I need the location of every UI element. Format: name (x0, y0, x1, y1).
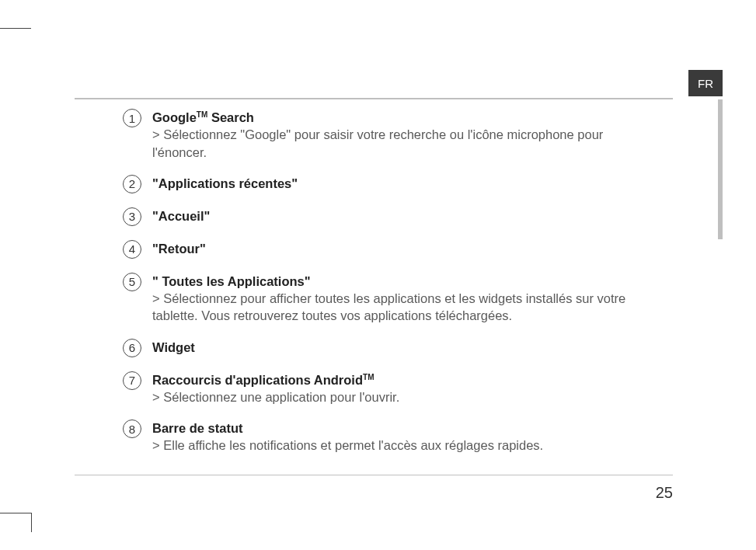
item-number-circle: 5 (123, 273, 141, 291)
page-number: 25 (656, 484, 673, 502)
crop-mark (0, 28, 31, 29)
item-title: "Retour" (152, 242, 206, 256)
list-item: 2 "Applications récentes" (123, 175, 660, 193)
item-number: 4 (129, 242, 135, 256)
top-divider (75, 98, 673, 99)
numbered-list: 1 GoogleTM Search > Sélectionnez "Google… (123, 109, 660, 468)
item-title: "Applications récentes" (152, 176, 298, 190)
document-page: FR 1 GoogleTM Search > Sélectionnez "Goo… (31, 0, 723, 513)
side-accent-bar (718, 99, 723, 239)
list-item: 4 "Retour" (123, 240, 660, 259)
item-title: Barre de statut (152, 421, 242, 435)
item-title: "Accueil" (152, 209, 210, 223)
item-number-circle: 6 (123, 339, 141, 357)
item-title: Widget (152, 340, 195, 354)
item-number-circle: 7 (123, 371, 141, 390)
item-number: 2 (129, 177, 135, 190)
item-title: GoogleTM Search (152, 110, 254, 124)
item-body: "Accueil" (152, 207, 660, 225)
item-number: 8 (129, 423, 135, 436)
item-body: GoogleTM Search > Sélectionnez "Google" … (152, 109, 660, 161)
language-tab-label: FR (698, 77, 713, 90)
list-item: 6 Widget (123, 339, 660, 357)
item-number-circle: 2 (123, 175, 141, 193)
bottom-divider (75, 475, 673, 475)
item-title: Raccourcis d'applications AndroidTM (152, 373, 374, 387)
item-number: 6 (129, 341, 135, 354)
item-number-circle: 3 (123, 207, 141, 226)
item-number-circle: 8 (123, 419, 141, 438)
item-body: Widget (152, 339, 660, 356)
item-description: > Sélectionnez "Google" pour saisir votr… (152, 127, 603, 158)
language-tab: FR (688, 70, 723, 96)
item-title: " Toutes les Applications" (152, 274, 311, 288)
item-body: "Applications récentes" (152, 175, 660, 192)
item-body: "Retour" (152, 240, 660, 257)
item-number: 7 (129, 374, 135, 387)
item-number-circle: 1 (123, 109, 141, 127)
list-item: 3 "Accueil" (123, 207, 660, 226)
item-description: > Sélectionnez une application pour l'ou… (152, 390, 399, 404)
list-item: 8 Barre de statut > Elle affiche les not… (123, 419, 660, 454)
item-number: 5 (129, 275, 135, 288)
list-item: 7 Raccourcis d'applications AndroidTM > … (123, 371, 660, 406)
crop-mark (0, 513, 31, 513)
item-body: Barre de statut > Elle affiche les notif… (152, 419, 660, 454)
item-number: 3 (129, 210, 135, 223)
item-body: Raccourcis d'applications AndroidTM > Sé… (152, 371, 660, 406)
list-item: 5 " Toutes les Applications" > Sélection… (123, 273, 660, 325)
item-number: 1 (129, 112, 135, 125)
item-number-circle: 4 (123, 240, 141, 259)
item-description: > Elle affiche les notifications et perm… (152, 438, 543, 452)
list-item: 1 GoogleTM Search > Sélectionnez "Google… (123, 109, 660, 161)
item-description: > Sélectionnez pour afficher toutes les … (152, 291, 625, 322)
item-body: " Toutes les Applications" > Sélectionne… (152, 273, 660, 325)
